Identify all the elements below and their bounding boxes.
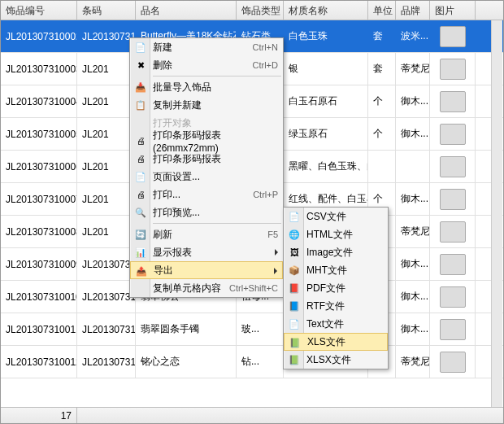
menu-icon: ✖ <box>134 59 147 72</box>
cell-image <box>430 281 476 313</box>
col-header-brand[interactable]: 品牌 <box>396 1 430 20</box>
thumbnail <box>440 319 466 340</box>
menu-item[interactable]: 📄CSV文件 <box>284 208 388 225</box>
menu-item[interactable]: ✖删除Ctrl+D <box>130 56 283 74</box>
cell-id: JL201307310012 <box>1 346 77 378</box>
menu-item[interactable]: 📤导出 <box>130 261 283 279</box>
cell-unit: 套 <box>368 53 396 85</box>
menu-label: 批量导入饰品 <box>153 81 211 94</box>
cell-unit: 个 <box>368 118 396 150</box>
menu-label: 新建 <box>153 41 172 55</box>
menu-item[interactable]: 📊显示报表 <box>130 243 283 261</box>
cell-brand: 御木... <box>396 118 430 150</box>
cell-bc: JL201307310... <box>77 313 136 345</box>
col-header-barcode[interactable]: 条码 <box>77 1 136 20</box>
menu-item[interactable]: 🌐HTML文件 <box>284 225 388 243</box>
menu-icon: 📊 <box>134 246 147 259</box>
menu-icon: 🖨 <box>134 152 147 165</box>
table-row[interactable]: JL201307310011JL201307310...翡翠圆条手镯玻...个御… <box>1 313 503 346</box>
thumbnail <box>440 26 466 47</box>
menu-item[interactable]: 🖼Image文件 <box>284 243 388 261</box>
col-header-unit[interactable]: 单位 <box>368 1 396 20</box>
menu-item[interactable]: 🔍打印预览... <box>130 203 283 221</box>
table-row[interactable]: JL201307310012JL201307310...铭心之恋钻...条蒂梵尼 <box>1 346 503 378</box>
cell-id: JL201307310002 <box>1 20 77 52</box>
cell-id: JL201307310003 <box>1 53 77 85</box>
menu-item[interactable]: 📄新建Ctrl+N <box>130 38 283 56</box>
thumbnail <box>440 59 466 80</box>
menu-label: 复制单元格内容 <box>153 282 221 295</box>
cell-image <box>430 313 476 345</box>
thumbnail <box>440 91 466 112</box>
export-submenu: 📄CSV文件🌐HTML文件🖼Image文件📦MHT文件📕PDF文件📘RTF文件📄… <box>283 207 389 369</box>
menu-icon: 📄 <box>288 210 301 223</box>
menu-label: 显示报表 <box>153 246 192 260</box>
cell-image <box>430 248 476 280</box>
menu-label: XLSX文件 <box>306 353 351 367</box>
scrollbar-vertical[interactable] <box>491 20 502 407</box>
col-header-material[interactable]: 材质名称 <box>284 1 368 20</box>
menu-separator <box>153 76 281 76</box>
cell-bc: JL201 <box>77 183 136 215</box>
menu-icon: 📥 <box>134 81 147 94</box>
cell-bc: JL201 <box>77 216 136 247</box>
menu-label: 删除 <box>153 59 172 72</box>
menu-item[interactable]: 🔄刷新F5 <box>130 225 283 243</box>
cell-bc: JL201 <box>77 118 136 150</box>
cell-mat: 绿玉原石 <box>284 118 368 150</box>
col-header-id[interactable]: 饰品编号 <box>1 1 77 20</box>
menu-icon: 📗 <box>288 353 301 366</box>
cell-image <box>430 85 476 117</box>
menu-icon: 📕 <box>288 282 301 295</box>
menu-label: XLS文件 <box>307 335 345 349</box>
menu-item[interactable]: 📕PDF文件 <box>284 279 388 297</box>
cell-mat: 白玉石原石 <box>284 85 368 117</box>
menu-item[interactable]: 🖨打印条形码报表(26mmx72mm) <box>130 132 283 150</box>
menu-icon: 🌐 <box>288 228 301 241</box>
cell-bc: JL201 <box>77 53 136 85</box>
cell-mat: 白色玉珠 <box>284 20 368 52</box>
menu-label: 打印预览... <box>153 206 200 220</box>
col-header-name[interactable]: 品名 <box>136 1 237 20</box>
cell-unit: 套 <box>368 20 396 52</box>
menu-item[interactable]: 📄页面设置... <box>130 168 283 186</box>
menu-label: PDF文件 <box>306 282 345 295</box>
cell-bc: JL201307310... <box>77 346 136 378</box>
menu-label: Text文件 <box>306 317 344 331</box>
menu-item[interactable]: 📘RTF文件 <box>284 297 388 315</box>
menu-item[interactable]: 🖨打印条形码报表 <box>130 150 283 168</box>
cell-brand: 蒂梵尼 <box>396 346 430 378</box>
menu-item[interactable]: 复制单元格内容Ctrl+Shift+C <box>130 279 283 297</box>
cell-mat: 黑曜、白色玉珠、白... <box>284 151 368 182</box>
menu-item[interactable]: 🖨打印...Ctrl+P <box>130 186 283 203</box>
cell-image <box>430 151 476 182</box>
col-header-image[interactable]: 图片 <box>430 1 476 20</box>
cell-image <box>430 216 476 247</box>
cell-image <box>430 346 476 378</box>
menu-item[interactable]: 📦MHT文件 <box>284 261 388 279</box>
cell-brand: 御木... <box>396 183 430 215</box>
menu-icon: 🔍 <box>134 206 147 219</box>
cell-type: 钻... <box>237 346 284 378</box>
menu-label: 打印条形码报表 <box>153 152 221 166</box>
cell-name: 铭心之恋 <box>136 346 237 378</box>
col-header-type[interactable]: 饰品类型 <box>237 1 284 20</box>
thumbnail <box>440 221 466 243</box>
menu-item[interactable]: 📋复制并新建 <box>130 96 283 114</box>
menu-item[interactable]: 📥批量导入饰品 <box>130 78 283 96</box>
thumbnail <box>440 352 466 373</box>
menu-item[interactable]: 📗XLS文件 <box>284 333 388 351</box>
thumbnail <box>440 124 466 145</box>
cell-bc: JL201 <box>77 151 136 182</box>
cell-brand <box>396 151 430 182</box>
cell-bc: JL201307310 <box>77 20 136 52</box>
menu-label: 刷新 <box>153 228 172 242</box>
cell-brand: 御木... <box>396 281 430 313</box>
menu-item[interactable]: 📄Text文件 <box>284 315 388 333</box>
menu-icon: 🖼 <box>288 246 301 259</box>
menu-icon: 📤 <box>135 264 148 278</box>
cell-id: JL201307310005 <box>1 118 77 150</box>
menu-label: 导出 <box>154 264 173 278</box>
menu-item[interactable]: 📗XLSX文件 <box>284 351 388 369</box>
menu-icon: 🖨 <box>134 188 147 201</box>
